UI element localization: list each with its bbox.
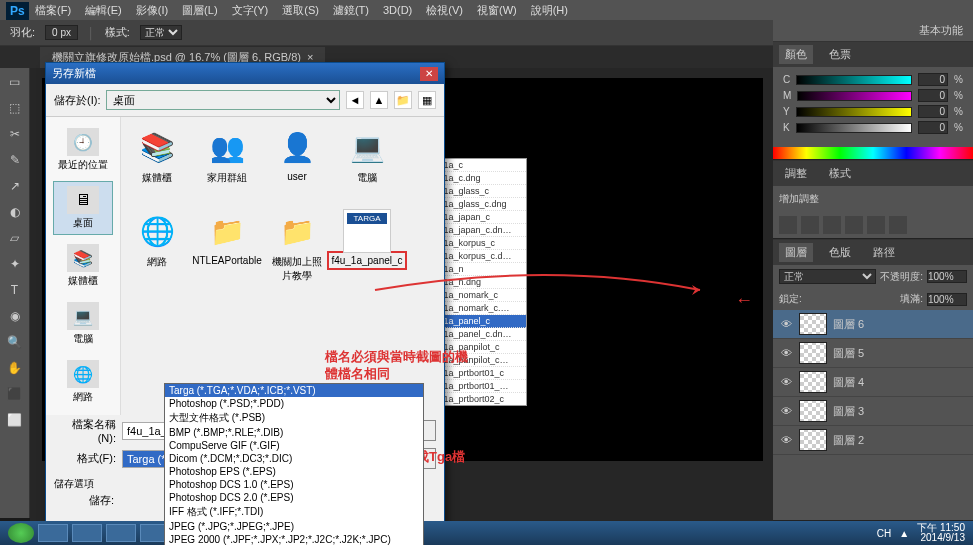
- format-option[interactable]: Dicom (*.DCM;*.DC3;*.DIC): [165, 452, 423, 465]
- layer-row[interactable]: 👁圖層 4: [773, 368, 973, 397]
- tool-button[interactable]: ✎: [5, 150, 25, 170]
- tool-button[interactable]: ✋: [5, 358, 25, 378]
- color-tab[interactable]: 顏色: [779, 45, 813, 64]
- tool-button[interactable]: ⬚: [5, 98, 25, 118]
- color-value[interactable]: 0: [918, 105, 948, 118]
- format-option[interactable]: JPEG 2000 (*.JPF;*.JPX;*.JP2;*.J2C;*.J2K…: [165, 533, 423, 545]
- visibility-icon[interactable]: 👁: [779, 318, 793, 330]
- back-icon[interactable]: ◄: [346, 91, 364, 109]
- file-item[interactable]: 👥家用群組: [199, 125, 255, 197]
- blend-mode-select[interactable]: 正常: [779, 269, 876, 284]
- hue-strip[interactable]: [773, 147, 973, 159]
- menu-item[interactable]: 選取(S): [282, 3, 319, 18]
- format-option[interactable]: Photoshop EPS (*.EPS): [165, 465, 423, 478]
- menu-item[interactable]: 影像(I): [136, 3, 168, 18]
- menu-item[interactable]: 3D(D): [383, 4, 412, 16]
- color-value[interactable]: 0: [918, 121, 948, 134]
- file-item[interactable]: 💻電腦: [339, 125, 395, 197]
- style-select[interactable]: 正常: [140, 25, 182, 40]
- file-item[interactable]: 👤user: [269, 125, 325, 197]
- layer-row[interactable]: 👁圖層 3: [773, 397, 973, 426]
- layers-tab[interactable]: 圖層: [779, 243, 813, 262]
- color-slider[interactable]: [796, 75, 912, 85]
- adjust-icon[interactable]: [823, 216, 841, 234]
- tool-button[interactable]: 🔍: [5, 332, 25, 352]
- adjust-icon[interactable]: [889, 216, 907, 234]
- format-option[interactable]: JPEG (*.JPG;*.JPEG;*.JPE): [165, 520, 423, 533]
- menu-item[interactable]: 濾鏡(T): [333, 3, 369, 18]
- visibility-icon[interactable]: 👁: [779, 347, 793, 359]
- feather-value[interactable]: 0 px: [45, 25, 78, 40]
- tool-button[interactable]: ↗: [5, 176, 25, 196]
- adjust-tab[interactable]: 調整: [779, 164, 813, 183]
- visibility-icon[interactable]: 👁: [779, 405, 793, 417]
- places-item[interactable]: 🖥桌面: [53, 181, 113, 235]
- tool-button[interactable]: ✦: [5, 254, 25, 274]
- taskbar[interactable]: CH ▲ 下午 11:50 2014/9/13: [0, 521, 973, 545]
- view-icon[interactable]: ▦: [418, 91, 436, 109]
- file-item[interactable]: 📚媒體櫃: [129, 125, 185, 197]
- menu-item[interactable]: 檢視(V): [426, 3, 463, 18]
- file-item[interactable]: f4u_1a_panel_c: [339, 209, 395, 295]
- tool-button[interactable]: ⬛: [5, 384, 25, 404]
- file-item[interactable]: 📁機關加上照片教學: [269, 209, 325, 295]
- file-item[interactable]: 🌐網路: [129, 209, 185, 295]
- up-icon[interactable]: ▲: [370, 91, 388, 109]
- color-value[interactable]: 0: [918, 89, 948, 102]
- new-folder-icon[interactable]: 📁: [394, 91, 412, 109]
- places-item[interactable]: 💻電腦: [53, 297, 113, 351]
- task-item[interactable]: [38, 524, 68, 542]
- tool-button[interactable]: ▭: [5, 72, 25, 92]
- layer-row[interactable]: 👁圖層 5: [773, 339, 973, 368]
- file-item[interactable]: 📁NTLEAPortable: [199, 209, 255, 295]
- adjust-icon[interactable]: [779, 216, 797, 234]
- channels-tab[interactable]: 色版: [823, 243, 857, 262]
- save-in-select[interactable]: 桌面: [106, 90, 340, 110]
- menu-item[interactable]: 文字(Y): [232, 3, 269, 18]
- places-item[interactable]: 🕘最近的位置: [53, 123, 113, 177]
- menu-item[interactable]: 圖層(L): [182, 3, 217, 18]
- start-button[interactable]: [8, 523, 34, 543]
- workspace-button[interactable]: 基本功能: [773, 20, 973, 41]
- tool-button[interactable]: ▱: [5, 228, 25, 248]
- task-item[interactable]: [72, 524, 102, 542]
- tool-button[interactable]: ◉: [5, 306, 25, 326]
- tool-button[interactable]: ✂: [5, 124, 25, 144]
- format-dropdown-list[interactable]: Targa (*.TGA;*.VDA;*.ICB;*.VST)Photoshop…: [164, 383, 424, 545]
- swatches-tab[interactable]: 色票: [823, 45, 857, 64]
- format-option[interactable]: CompuServe GIF (*.GIF): [165, 439, 423, 452]
- visibility-icon[interactable]: 👁: [779, 376, 793, 388]
- format-option[interactable]: IFF 格式 (*.IFF;*.TDI): [165, 504, 423, 520]
- dialog-titlebar[interactable]: 另存新檔 ✕: [46, 63, 444, 84]
- styles-tab[interactable]: 樣式: [823, 164, 857, 183]
- color-value[interactable]: 0: [918, 73, 948, 86]
- format-option[interactable]: Photoshop DCS 1.0 (*.EPS): [165, 478, 423, 491]
- places-item[interactable]: 📚媒體櫃: [53, 239, 113, 293]
- color-slider[interactable]: [796, 123, 912, 133]
- tool-button[interactable]: ⬜: [5, 410, 25, 430]
- adjust-icon[interactable]: [801, 216, 819, 234]
- format-option[interactable]: Targa (*.TGA;*.VDA;*.ICB;*.VST): [165, 384, 423, 397]
- adjust-icon[interactable]: [867, 216, 885, 234]
- opacity-input[interactable]: [927, 270, 967, 283]
- color-slider[interactable]: [797, 91, 912, 101]
- tool-button[interactable]: T: [5, 280, 25, 300]
- format-option[interactable]: Photoshop (*.PSD;*.PDD): [165, 397, 423, 410]
- color-slider[interactable]: [796, 107, 912, 117]
- fill-input[interactable]: [927, 293, 967, 306]
- menu-item[interactable]: 說明(H): [531, 3, 568, 18]
- paths-tab[interactable]: 路徑: [867, 243, 901, 262]
- format-option[interactable]: 大型文件格式 (*.PSB): [165, 410, 423, 426]
- adjust-icon[interactable]: [845, 216, 863, 234]
- system-tray[interactable]: CH ▲ 下午 11:50 2014/9/13: [877, 523, 973, 543]
- lang-indicator[interactable]: CH: [877, 528, 891, 539]
- format-option[interactable]: Photoshop DCS 2.0 (*.EPS): [165, 491, 423, 504]
- format-option[interactable]: BMP (*.BMP;*.RLE;*.DIB): [165, 426, 423, 439]
- layer-row[interactable]: 👁圖層 2: [773, 426, 973, 455]
- task-item[interactable]: [106, 524, 136, 542]
- menu-item[interactable]: 編輯(E): [85, 3, 122, 18]
- menu-item[interactable]: 視窗(W): [477, 3, 517, 18]
- places-item[interactable]: 🌐網路: [53, 355, 113, 409]
- visibility-icon[interactable]: 👁: [779, 434, 793, 446]
- tool-button[interactable]: ◐: [5, 202, 25, 222]
